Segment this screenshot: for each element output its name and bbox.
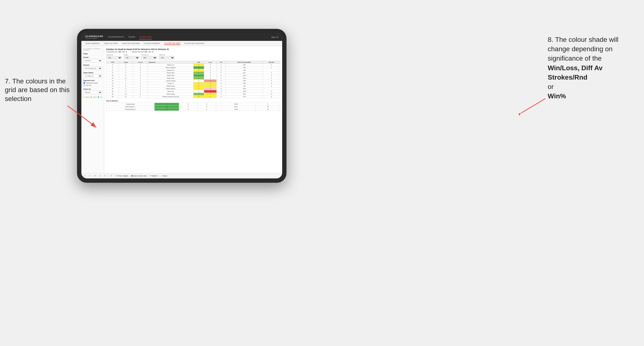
top-nav: SCOREBOARD Powered by clippd TOURNAMENTS… xyxy=(81,33,282,41)
division-section: Division NCAA Division III xyxy=(83,64,102,70)
legend-down-label: Down xyxy=(86,96,89,98)
nav-committee[interactable]: COMMITTEE xyxy=(139,35,152,39)
main-content: Last Updated: 27/03/2024 16:55:38 Player… xyxy=(81,46,282,173)
sub-nav-team-h2h-grid[interactable]: TEAM H2H GRID xyxy=(104,42,118,45)
nav-teams[interactable]: TEAMS xyxy=(128,35,135,39)
opponent-select[interactable]: (All) xyxy=(159,56,174,59)
grid-records: Overall Record: 353 - 34 - 6 Division Re… xyxy=(106,51,280,53)
opponents-filter: Opponents: (All) xyxy=(106,54,122,59)
col-header-div: # Div xyxy=(106,61,119,64)
share-icon: ↗ xyxy=(161,175,162,177)
conference-filter: Conference (All) xyxy=(141,54,157,59)
logo-title: SCOREBOARD xyxy=(85,35,103,37)
sub-nav-team-h2h-heatmap[interactable]: TEAM H2H HEATMAP xyxy=(122,42,140,45)
player-section: Player xyxy=(83,53,102,55)
legend-level-label: Level xyxy=(93,96,96,98)
region-select[interactable]: (All) xyxy=(124,56,140,59)
conference-label: Conference xyxy=(141,54,157,55)
copy-button[interactable]: ⎘ xyxy=(99,174,102,177)
tablet-screen: SCOREBOARD Powered by clippd TOURNAMENTS… xyxy=(81,33,282,178)
nav-items: TOURNAMENTS TEAMS COMMITTEE xyxy=(108,35,271,39)
logo-sub: Powered by clippd xyxy=(85,37,103,39)
division-select[interactable]: NCAA Division III xyxy=(83,67,102,70)
table-row: 1585 Stella Cheng 1 1 0 1.25 4 xyxy=(106,85,280,88)
share-btn[interactable]: ↗ Share xyxy=(161,175,167,177)
filter-row: Opponents: (All) Region (All) Conference xyxy=(106,54,280,59)
save-custom-view-btn[interactable]: 💾 Save Custom View xyxy=(131,175,147,177)
legend-down-dot xyxy=(83,96,84,98)
annotation-left: 7. The colours in the grid are based on … xyxy=(5,77,72,103)
view-original-btn[interactable]: 👁 View: Original xyxy=(116,175,128,177)
annotation-win-loss: Win/Loss, xyxy=(548,64,580,72)
opponent-view-radios: Opponents Played Top 100 xyxy=(83,82,102,86)
table-row: 20117 Federica Domecq Lacroze 2 1 0 1.33… xyxy=(106,95,280,98)
eye-icon: 👁 xyxy=(116,175,118,177)
annotation-right: 8. The colour shade will change dependin… xyxy=(548,35,639,101)
grid-title: Katelyn Vo Head-to-Head Grid for Women's… xyxy=(106,48,280,50)
player-rank-section: Player (Rank) 8. Katelyn Vo xyxy=(83,72,102,78)
player-rank-select[interactable]: 8. Katelyn Vo xyxy=(83,74,102,78)
table-row: 1063 Andrea York 2 0 0 4.00 4 xyxy=(106,74,280,77)
nav-tournaments[interactable]: TOURNAMENTS xyxy=(108,35,124,39)
sub-nav-player-h2h-grid[interactable]: PLAYER H2H GRID xyxy=(164,42,180,45)
watch-chevron: ▾ xyxy=(157,175,158,177)
nav-right: Sign out xyxy=(271,36,278,38)
opponents-select[interactable]: (All) xyxy=(106,56,122,59)
col-header-tie: Tie xyxy=(216,61,226,64)
division-record: Division Record: 331 - 34 - 6 xyxy=(132,51,153,53)
sub-nav-player-h2h-heatmap[interactable]: PLAYER H2H HEATMAP xyxy=(184,42,204,45)
radio-opponents-played[interactable]: Opponents Played xyxy=(83,82,102,84)
toolbar-divider-1 xyxy=(108,174,108,177)
gender-select[interactable]: Women's xyxy=(83,59,102,62)
colour-by-select[interactable]: Win/loss xyxy=(83,91,102,94)
opponent-label: Opponent xyxy=(159,54,174,55)
col-header-conf: # Conf xyxy=(133,61,148,64)
opponent-filter: Opponent (All) xyxy=(159,54,174,59)
table-row: 1621 Jessica Mason 1 2 0 -0.94 xyxy=(106,88,280,90)
last-updated: Last Updated: 27/03/2024 16:55:38 xyxy=(83,48,102,51)
table-row: 613 Sydney Kuo 1 0 0 -1.00 xyxy=(106,69,280,72)
gender-label: Gender xyxy=(83,56,102,58)
reset-button[interactable]: ↺ xyxy=(103,174,106,177)
col-header-reg: # Reg xyxy=(119,61,133,64)
radio-top100[interactable]: Top 100 xyxy=(83,84,102,86)
nav-sign-out[interactable]: Sign out xyxy=(271,36,278,38)
colour-legend: Down Level Up xyxy=(83,96,102,98)
table-row: 914 Sharon Mun 1 0 0 3.67 3 xyxy=(106,72,280,74)
division-label: Division xyxy=(83,64,102,66)
col-header-opponent: Opponent xyxy=(148,61,194,64)
colour-by-label: Colour by xyxy=(83,88,102,90)
sub-nav: TEAM SUMMARY TEAM H2H GRID TEAM H2H HEAT… xyxy=(81,41,282,46)
main-data-table: # Div # Reg # Conf Opponent Win Loss Tie… xyxy=(106,61,280,98)
save-icon: 💾 xyxy=(131,175,133,177)
arrow-right-annotation xyxy=(519,96,548,115)
redo-button[interactable]: ↪ xyxy=(88,174,92,177)
table-row: 20106 Emily Chang 4 1 0 0.30 11 xyxy=(106,93,280,95)
grid-area: Katelyn Vo Head-to-Head Grid for Women's… xyxy=(104,46,282,173)
sub-nav-player-summary[interactable]: PLAYER SUMMARY xyxy=(144,42,160,45)
sidebar: Last Updated: 27/03/2024 16:55:38 Player… xyxy=(81,46,104,173)
legend-up-dot xyxy=(98,96,99,98)
table-row: NCAA Division 2 5 0 0 7.400 10 xyxy=(106,108,280,111)
table-row: 1474 Eunice Yi 2 2 0 0.38 9 xyxy=(106,82,280,85)
out-of-division-header: Out of division xyxy=(106,100,280,102)
annotation-winpct: Win% xyxy=(548,92,566,100)
undo-button[interactable]: ↩ xyxy=(83,174,87,177)
region-filter: Region (All) xyxy=(124,54,140,59)
table-row: NAIA Division 1 15 0 0 9.267 30 xyxy=(106,106,280,108)
opponents-label: Opponents: xyxy=(106,54,122,55)
toolbar-divider-4 xyxy=(148,174,148,177)
table-row: 1832 Euna Lee 0 1 0 -5.00 2 xyxy=(106,90,280,93)
back-button[interactable]: ⟵ xyxy=(93,174,97,177)
table-row: 11111 Heejo Hyun 1 0 0 3.33 3 xyxy=(106,77,280,80)
col-header-diff: Diff Av Strokes/Rnd xyxy=(226,61,263,64)
clock-button[interactable]: ⏱ xyxy=(110,174,113,177)
toolbar-divider-3 xyxy=(130,174,130,177)
watch-btn[interactable]: 👁 Watch ▾ xyxy=(150,175,158,177)
sub-nav-team-summary[interactable]: TEAM SUMMARY xyxy=(85,42,100,45)
conference-select[interactable]: (All) xyxy=(141,56,157,59)
colour-by-section: Colour by Win/loss xyxy=(83,88,102,94)
watch-icon: 👁 xyxy=(150,175,152,177)
tablet-frame: SCOREBOARD Powered by clippd TOURNAMENTS… xyxy=(77,29,286,183)
col-header-loss: Loss xyxy=(204,61,217,64)
